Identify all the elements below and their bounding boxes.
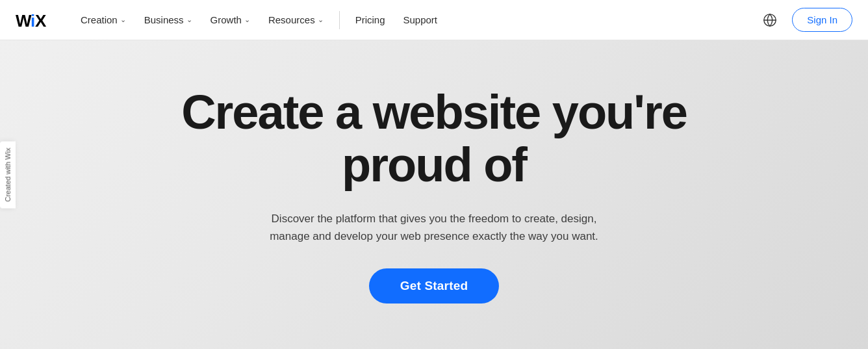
nav-divider <box>339 11 340 29</box>
globe-icon <box>763 13 777 27</box>
chevron-down-icon: ⌄ <box>244 16 250 24</box>
nav-label-growth: Growth <box>211 14 242 25</box>
created-with-wix-tag[interactable]: Created with Wix <box>0 141 16 208</box>
navbar: W i X Creation ⌄ Business ⌄ Growth ⌄ Res… <box>0 0 868 40</box>
chevron-down-icon: ⌄ <box>120 16 126 24</box>
nav-item-pricing[interactable]: Pricing <box>348 9 393 31</box>
nav-menu: Creation ⌄ Business ⌄ Growth ⌄ Resources… <box>73 9 758 31</box>
chevron-down-icon: ⌄ <box>318 16 324 24</box>
nav-item-resources[interactable]: Resources ⌄ <box>261 9 331 31</box>
chevron-down-icon: ⌄ <box>186 16 192 24</box>
nav-item-growth[interactable]: Growth ⌄ <box>203 9 258 31</box>
nav-item-support[interactable]: Support <box>396 9 446 31</box>
svg-text:X: X <box>35 11 47 29</box>
nav-label-pricing: Pricing <box>355 14 385 25</box>
sign-in-button[interactable]: Sign In <box>792 8 852 32</box>
hero-section: Create a website you're proud of Discove… <box>0 40 868 349</box>
svg-text:W: W <box>16 11 32 29</box>
wix-logo-svg: W i X <box>16 11 52 29</box>
nav-label-support: Support <box>403 14 438 25</box>
nav-item-business[interactable]: Business ⌄ <box>136 9 200 31</box>
nav-item-creation[interactable]: Creation ⌄ <box>73 9 134 31</box>
language-selector-button[interactable] <box>758 8 782 32</box>
nav-label-resources: Resources <box>268 14 315 25</box>
logo[interactable]: W i X <box>16 11 52 29</box>
get-started-button[interactable]: Get Started <box>369 268 500 304</box>
nav-label-creation: Creation <box>81 14 118 25</box>
hero-subtitle: Discover the platform that gives you the… <box>252 210 616 245</box>
navbar-right: Sign In <box>758 8 852 32</box>
nav-label-business: Business <box>144 14 184 25</box>
hero-title: Create a website you're proud of <box>168 86 700 192</box>
